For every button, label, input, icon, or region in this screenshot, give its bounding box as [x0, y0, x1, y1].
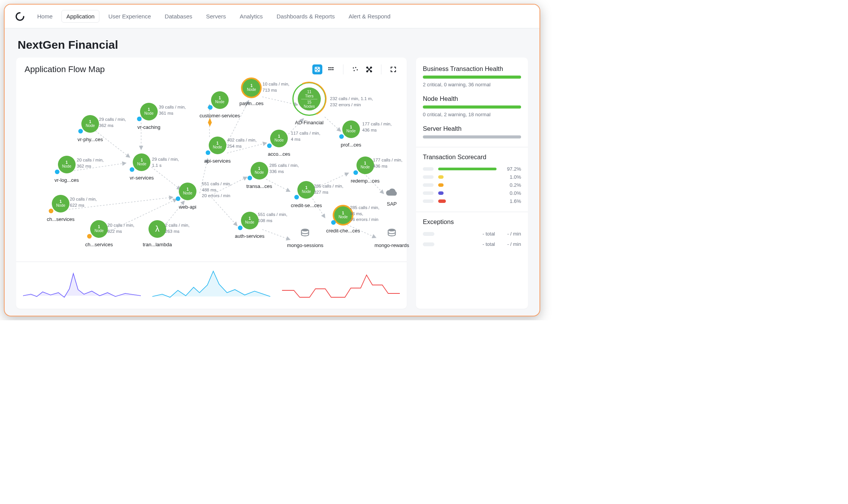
topbar: Home Application User Experience Databas… — [5, 5, 539, 28]
score-row-slow: 1.0% — [423, 174, 521, 180]
node-mongo-sessions[interactable]: mongo-sessions — [287, 228, 323, 248]
nav-analytics[interactable]: Analytics — [235, 10, 268, 23]
fullscreen-icon[interactable] — [388, 64, 398, 74]
node-transa[interactable]: 1Node transa...ces — [246, 162, 272, 189]
node-acco[interactable]: 1Node acco...ces — [268, 130, 290, 157]
layout-grid-icon[interactable] — [326, 64, 336, 74]
bt-health-text: 2 critical, 0 warning, 36 normal — [423, 82, 521, 87]
app-frame: Home Application User Experience Databas… — [4, 4, 540, 316]
svg-point-17 — [366, 71, 368, 72]
nav-dashboards[interactable]: Dashboards & Reports — [272, 10, 340, 23]
nav-servers[interactable]: Servers — [201, 10, 231, 23]
flowmap-card: Application Flow Map — [16, 58, 407, 309]
exceptions-title: Exceptions — [423, 218, 521, 226]
score-row-very-slow: 0.2% — [423, 182, 521, 188]
nav-user-experience[interactable]: User Experience — [103, 10, 156, 23]
nav-home[interactable]: Home — [32, 10, 58, 23]
side-panel: Business Transaction Health 2 critical, … — [416, 58, 528, 309]
svg-point-19 — [302, 229, 309, 231]
relayout-icon[interactable] — [364, 64, 374, 74]
node-paym[interactable]: 1Node paym...ces — [239, 79, 264, 106]
sparkline-3 — [282, 266, 400, 304]
nav-alert[interactable]: Alert & Respond — [343, 10, 395, 23]
node-health-bar — [423, 105, 521, 109]
score-row-error: 1.6% — [423, 198, 521, 204]
sparkline-2 — [152, 266, 270, 304]
node-api[interactable]: 1Node api-services — [204, 137, 231, 164]
lambda-icon: λ — [148, 220, 166, 238]
node-health-title: Node Health — [423, 95, 521, 102]
flowmap-title: Application Flow Map — [25, 64, 105, 74]
page-title: NextGen Financial — [18, 38, 528, 51]
sparkline-row — [16, 262, 407, 309]
svg-rect-7 — [332, 67, 333, 68]
database-icon — [300, 228, 310, 239]
cluster-label: AD-Financial — [295, 120, 323, 125]
exception-row: - total - / min — [423, 231, 521, 237]
exception-row: - total - / min — [423, 241, 521, 247]
svg-point-16 — [370, 67, 371, 68]
page: NextGen Financial Application Flow Map — [5, 28, 539, 316]
cluster-ad-financial[interactable]: 11Tiers 15Nodes AD-Financial — [292, 82, 326, 125]
nav-databases[interactable]: Databases — [160, 10, 197, 23]
server-health-bar — [423, 135, 521, 138]
svg-point-20 — [388, 229, 396, 231]
scatter-icon[interactable] — [350, 64, 360, 74]
node-vr-log[interactable]: 1Node vr-log...ces — [54, 156, 79, 183]
svg-point-12 — [355, 67, 356, 68]
svg-rect-10 — [332, 69, 333, 70]
svg-point-11 — [353, 68, 354, 69]
node-customer[interactable]: 1Node customer-services — [200, 91, 240, 119]
node-prof[interactable]: 1Node prof...ces — [341, 120, 361, 148]
layout-flow-icon[interactable] — [312, 64, 322, 74]
cluster-metrics: 232 calls / min, 1.1 m,232 errors / min — [330, 96, 373, 108]
svg-point-14 — [354, 70, 355, 71]
svg-point-18 — [370, 71, 371, 72]
server-health-title: Server Health — [423, 125, 521, 132]
content-row: Application Flow Map — [16, 58, 528, 309]
svg-rect-5 — [328, 67, 330, 68]
score-row-stall: 0.0% — [423, 190, 521, 196]
database-icon — [386, 228, 397, 239]
node-vr-services[interactable]: 1Node vr-services — [130, 153, 154, 181]
nav-application[interactable]: Application — [61, 10, 99, 23]
score-row-normal: 97.2% — [423, 166, 521, 172]
scorecard-title: Transaction Scorecard — [423, 153, 521, 161]
svg-rect-6 — [330, 67, 332, 68]
node-mongo-rewards[interactable]: mongo-rewards — [375, 228, 409, 248]
sparkline-1 — [23, 266, 141, 304]
scorecard-rows: 97.2% 1.0% 0.2% 0.0% — [423, 164, 521, 206]
svg-point-15 — [366, 67, 368, 68]
node-vr-caching[interactable]: 1Node vr-caching — [137, 103, 160, 130]
logo-icon — [15, 11, 25, 22]
flowmap-header: Application Flow Map — [16, 58, 407, 77]
node-sap[interactable]: SAP — [385, 188, 398, 207]
flowmap-toolbar — [312, 64, 398, 74]
bt-health-title: Business Transaction Health — [423, 65, 521, 72]
svg-point-13 — [357, 69, 358, 71]
node-health-text: 0 critical, 2 warning, 18 normal — [423, 112, 521, 117]
cloud-icon — [385, 188, 398, 197]
bt-health-bar — [423, 76, 521, 79]
main-nav: Home Application User Experience Databas… — [32, 10, 396, 23]
svg-rect-9 — [330, 69, 332, 70]
flowmap-canvas[interactable]: 11Tiers 15Nodes AD-Financial 232 calls /… — [16, 77, 407, 262]
node-web-api[interactable]: 1Node web-api — [179, 183, 196, 210]
svg-rect-8 — [328, 69, 330, 70]
